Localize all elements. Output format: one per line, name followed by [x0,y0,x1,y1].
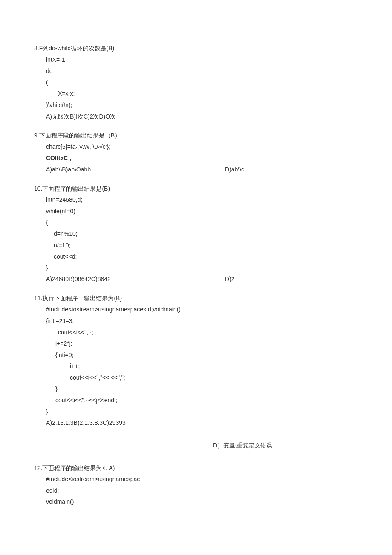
q8-code-line: ( [34,77,358,88]
q8-code-line: intX=-1; [34,54,358,66]
q10-code-line: cout<<d; [34,251,358,262]
q9-title: 9.下面程序段的输出结果是（B） [34,130,358,141]
question-11: 11.执行下面程序，输出结果为(B) #include<iostream>usi… [34,293,358,429]
q10-title: 10.下面程序的输出结果是(B) [34,183,358,195]
q8-code-line: X=x·x; [34,88,358,99]
q11-code-line: {inti=2J=3; [34,315,358,327]
question-10: 10.下面程序的输出结果是(B) intn=24680,d; while(n!=… [34,183,358,285]
q10-options-right: D)2 [225,273,358,285]
q10-code-line: } [34,262,358,274]
q9-code-line: charc[5]=fa·,V.W,·\0·√c'}; [34,141,358,153]
q11-code-line: i+=2*j; [34,338,358,349]
q8-code-line: do [34,65,358,77]
q11-code-line: #include<iostream>usingnamespacesId;void… [34,304,358,315]
q11-code-line: {inti=0; [34,349,358,361]
q12-code-line: esId; [34,485,358,497]
q11-code-line: i++; [34,360,358,372]
question-12: 12.下面程序的输出结果为<. A) #include<iostream>usi… [34,462,358,508]
q11-title: 11.执行下面程序，输出结果为(B) [34,293,358,304]
q10-options-left: A)24680B)08642C)8642 [34,273,225,285]
q12-code-line: #include<iostream>usingnamespac [34,474,358,485]
q10-code-line: { [34,217,358,228]
document-page: 8.F列do-whilc循环的次数是(B) intX=-1; do ( X=x·… [0,0,392,541]
q10-code-line: while(n!=0) [34,206,358,217]
q11-options: A)2.13.1.3B)2.1.3.8.3C)29393 [34,417,358,429]
q11-code-line: cout<<i<<",··<<j<<endl; [34,395,358,406]
q11-option-d: D）变量i重复定义错误 [34,440,358,451]
question-9: 9.下面程序段的输出结果是（B） charc[5]=fa·,V.W,·\0·√c… [34,130,358,175]
q12-title: 12.下面程序的输出结果为<. A) [34,462,358,474]
q9-options-left: A)ab\\B)ab\Oabb [34,164,225,175]
q9-code-line: COIIt«C ; [34,152,358,164]
q9-options-right: D)ab\\c [225,164,358,175]
q10-code-line: intn=24680,d; [34,194,358,206]
q8-options: A)无限次B)I次C)2次D)O次 [34,111,358,122]
question-8: 8.F列do-whilc循环的次数是(B) intX=-1; do ( X=x·… [34,43,358,122]
q10-code-line: n/=10; [34,240,358,251]
q11-code-line: } [34,384,358,395]
q11-code-line: cout<<i<<","<<j<<","; [34,372,358,384]
q11-code-line: } [34,406,358,418]
q12-code-line: voidmain() [34,496,358,508]
q10-code-line: d=n%10; [34,228,358,240]
q8-code-line: )\vhile(!x); [34,99,358,111]
q8-title: 8.F列do-whilc循环的次数是(B) [34,43,358,54]
q11-code-line: cout<<i<<",··; [34,327,358,338]
